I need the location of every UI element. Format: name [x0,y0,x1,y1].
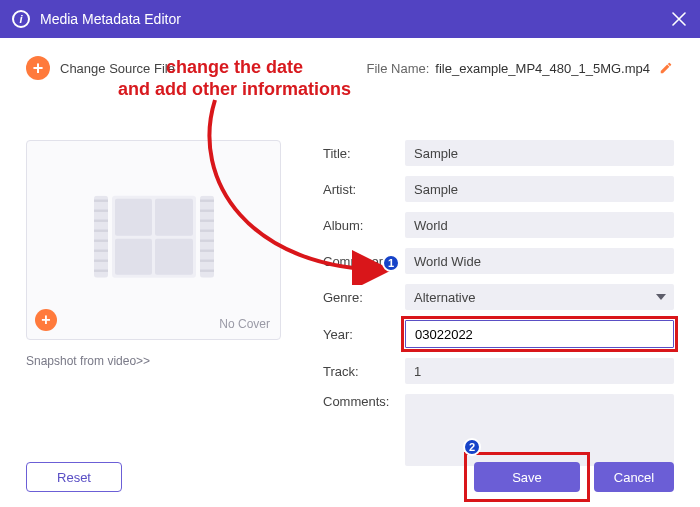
track-input[interactable] [405,358,674,384]
title-input[interactable] [405,140,674,166]
artist-label: Artist: [323,182,405,197]
album-input[interactable] [405,212,674,238]
composer-input[interactable] [405,248,674,274]
artist-input[interactable] [405,176,674,202]
filename-label: File Name: [367,61,430,76]
film-placeholder-icon [94,196,214,278]
comments-label: Comments: [323,394,405,409]
album-label: Album: [323,218,405,233]
reset-button[interactable]: Reset [26,462,122,492]
cover-panel: + No Cover Snapshot from video>> [26,140,281,476]
title-label: Title: [323,146,405,161]
genre-label: Genre: [323,290,405,305]
save-button[interactable]: Save [474,462,580,492]
year-input[interactable] [405,320,674,348]
change-source-link[interactable]: Change Source File [60,61,175,76]
info-icon: i [12,10,30,28]
close-button[interactable] [668,8,690,30]
no-cover-label: No Cover [219,317,270,331]
year-label: Year: [323,327,405,342]
track-label: Track: [323,364,405,379]
add-cover-button[interactable]: + [35,309,57,331]
header-row: + Change Source File File Name: file_exa… [26,56,674,80]
composer-label: Composer: [323,254,405,269]
genre-select[interactable]: Alternative [405,284,674,310]
edit-filename-button[interactable] [658,60,674,76]
add-source-button[interactable]: + [26,56,50,80]
metadata-form: Title: Artist: Album: Composer: Genre: A… [323,140,674,476]
cover-preview: + No Cover [26,140,281,340]
snapshot-link[interactable]: Snapshot from video>> [26,354,281,368]
window-title: Media Metadata Editor [40,11,181,27]
filename-value: file_example_MP4_480_1_5MG.mp4 [435,61,650,76]
genre-selected: Alternative [414,290,475,305]
cancel-button[interactable]: Cancel [594,462,674,492]
title-bar: i Media Metadata Editor [0,0,700,38]
footer: Reset Save Cancel [0,447,700,507]
